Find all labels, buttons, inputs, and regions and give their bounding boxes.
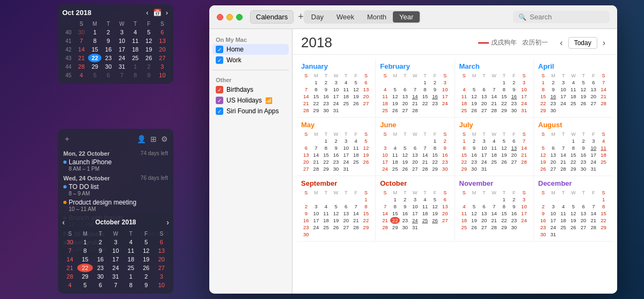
month-day[interactable]: 10	[519, 203, 529, 210]
sidebar-item-siri[interactable]: ✓ Siri Found in Apps	[213, 106, 289, 116]
month-day[interactable]: 18	[568, 93, 579, 100]
bottom-cal-day[interactable]: 12	[138, 246, 153, 255]
month-day[interactable]: 14	[351, 210, 361, 217]
month-day[interactable]: 27	[479, 224, 489, 231]
bottom-cal-day[interactable]: 10	[154, 281, 169, 289]
month-day[interactable]: 22	[321, 158, 331, 165]
mini-cal-day[interactable]: 15	[88, 45, 101, 54]
month-day[interactable]: 5	[469, 203, 479, 210]
month-day[interactable]: 30	[331, 165, 341, 172]
month-day[interactable]: 18	[489, 151, 499, 158]
month-day[interactable]: 22	[538, 100, 548, 107]
month-day[interactable]: 16	[400, 210, 410, 217]
month-day[interactable]: 13	[301, 151, 311, 158]
month-day[interactable]: 27	[589, 100, 599, 107]
month-day[interactable]: 5	[400, 144, 410, 151]
month-day[interactable]: 31	[341, 165, 351, 172]
mini-cal-day[interactable]: 28	[75, 62, 88, 71]
month-day[interactable]: 11	[380, 93, 390, 100]
bottom-cal-day[interactable]: 30	[93, 272, 108, 281]
mini-cal-day[interactable]: 20	[156, 45, 169, 54]
month-day[interactable]: 8	[568, 144, 579, 151]
month-day[interactable]: 24	[519, 100, 529, 107]
month-day[interactable]: 1	[499, 79, 509, 86]
mini-cal-day[interactable]: 4	[129, 28, 142, 37]
month-day[interactable]: 8	[499, 203, 509, 210]
month-day[interactable]: 26	[538, 165, 548, 172]
month-name-may[interactable]: May	[301, 121, 371, 129]
month-day[interactable]: 28	[351, 224, 361, 231]
month-day[interactable]: 11	[489, 144, 499, 151]
bottom-cal-day[interactable]: 6	[154, 238, 169, 246]
month-day[interactable]: 19	[361, 151, 371, 158]
bottom-cal-day[interactable]: 3	[154, 272, 169, 281]
month-day[interactable]: 7	[410, 86, 420, 93]
month-day[interactable]: 9	[331, 144, 341, 151]
month-day[interactable]: 26	[361, 158, 371, 165]
event-todo[interactable]: TO DO list 8 – 9 AM	[63, 183, 168, 196]
mini-cal-day[interactable]: 26	[142, 54, 156, 62]
month-day[interactable]: 31	[410, 224, 420, 231]
mini-cal-day[interactable]: 30	[101, 62, 115, 71]
month-day[interactable]: 5	[331, 203, 341, 210]
mini-cal-day[interactable]: 10	[156, 71, 169, 79]
month-day[interactable]: 18	[321, 217, 331, 224]
month-day[interactable]: 8	[390, 203, 400, 210]
month-day[interactable]: 21	[380, 217, 390, 224]
month-day[interactable]: 9	[301, 210, 311, 217]
month-day[interactable]: 9	[430, 86, 440, 93]
bottom-cal-day[interactable]: 27	[154, 264, 169, 272]
month-day[interactable]: 27	[301, 165, 311, 172]
month-day[interactable]: 25	[420, 217, 430, 224]
month-day[interactable]: 26	[351, 100, 361, 107]
month-day[interactable]: 5	[351, 79, 361, 86]
month-day[interactable]: 23	[440, 158, 450, 165]
month-day[interactable]: 14	[519, 144, 529, 151]
month-day[interactable]: 23	[321, 100, 331, 107]
month-day[interactable]: 25	[598, 158, 609, 165]
month-day[interactable]: 10	[519, 86, 529, 93]
mini-cal-day[interactable]: 13	[156, 37, 169, 45]
month-day[interactable]: 25	[390, 165, 400, 172]
month-day[interactable]: 19	[331, 217, 341, 224]
month-day[interactable]: 30	[538, 231, 548, 238]
bottom-cal-day[interactable]: 4	[62, 281, 77, 289]
month-day[interactable]: 4	[459, 86, 470, 93]
maximize-button[interactable]	[236, 14, 243, 20]
month-day[interactable]: 22	[361, 217, 371, 224]
month-day[interactable]: 6	[341, 203, 351, 210]
month-day[interactable]: 29	[598, 224, 609, 231]
bottom-cal-day[interactable]: 14	[62, 255, 77, 264]
month-day[interactable]: 6	[509, 137, 519, 144]
month-day[interactable]: 30	[400, 224, 410, 231]
month-day[interactable]: 14	[598, 86, 609, 93]
month-day[interactable]: 27	[440, 217, 450, 224]
month-day[interactable]: 2	[301, 203, 311, 210]
month-day[interactable]: 26	[400, 165, 410, 172]
month-day[interactable]: 13	[589, 86, 599, 93]
mini-cal-nav[interactable]: ‹ 📅 ›	[145, 9, 169, 17]
month-day[interactable]: 29	[538, 107, 548, 114]
month-day[interactable]: 29	[311, 107, 321, 114]
month-day[interactable]: 31	[548, 231, 559, 238]
month-day[interactable]: 23	[538, 224, 548, 231]
month-day[interactable]: 15	[311, 93, 321, 100]
month-day[interactable]: 11	[321, 210, 331, 217]
bottom-cal-day[interactable]: 6	[93, 281, 108, 289]
month-day[interactable]: 16	[509, 93, 519, 100]
bottom-cal-day[interactable]: 16	[93, 255, 108, 264]
month-day[interactable]: 4	[558, 203, 568, 210]
month-day[interactable]: 10	[558, 86, 568, 93]
month-day[interactable]: 14	[489, 93, 499, 100]
month-day[interactable]: 19	[469, 217, 479, 224]
bottom-cal-day[interactable]: 26	[138, 264, 153, 272]
month-day[interactable]: 10	[341, 144, 351, 151]
month-name-july[interactable]: July	[459, 121, 529, 129]
month-day[interactable]: 24	[341, 158, 351, 165]
month-name-january[interactable]: January	[301, 62, 371, 70]
month-day[interactable]: 26	[331, 224, 341, 231]
month-day[interactable]: 16	[430, 93, 440, 100]
bottom-cal-day[interactable]: 24	[108, 264, 123, 272]
mini-cal-day[interactable]: 18	[129, 45, 142, 54]
month-day[interactable]: 11	[598, 144, 609, 151]
